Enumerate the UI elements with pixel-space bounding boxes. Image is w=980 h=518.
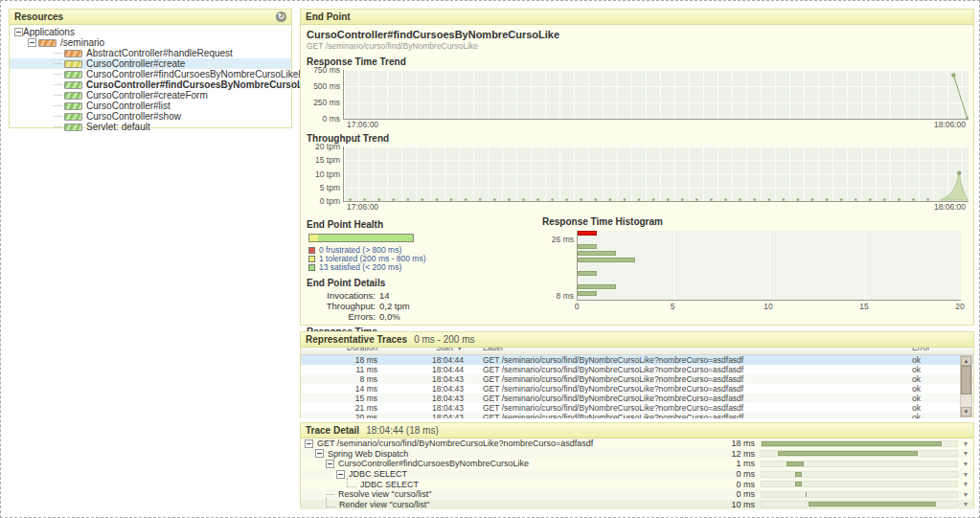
- tree-connector: [54, 105, 62, 106]
- column-header-start[interactable]: Start ▼: [381, 348, 477, 352]
- tree-item[interactable]: CursoController#list: [10, 101, 291, 111]
- trace-row[interactable]: 11 ms18:04:44GET /seminario/curso/find/B…: [301, 365, 973, 374]
- histogram-slot: [578, 244, 961, 249]
- column-header-duration[interactable]: Duration: [301, 348, 381, 352]
- health-bar: [308, 234, 414, 242]
- tree-item[interactable]: CursoController#show: [10, 111, 291, 122]
- collapse-expander-icon[interactable]: [305, 439, 313, 448]
- stat-label: Invocations:: [307, 290, 379, 301]
- health-bar-segment: [309, 235, 318, 241]
- trace-row[interactable]: 8 ms18:04:43GET /seminario/curso/find/By…: [301, 374, 973, 384]
- trace-row[interactable]: 21 ms18:04:43GET /seminario/curso/find/B…: [301, 403, 973, 413]
- trace-detail-label-cell: GET /seminario/curso/find/ByNombreCursoL…: [301, 439, 717, 448]
- y-tick-label: 0 ms: [323, 114, 344, 124]
- trace-label: GET /seminario/curso/find/ByNombreCursoL…: [477, 374, 902, 384]
- row-dropdown-icon[interactable]: ▼: [958, 461, 973, 467]
- health-bar-icon-orange: [38, 39, 57, 47]
- tree-connector: [54, 84, 62, 85]
- y-tick-label: 5 tpm: [320, 183, 344, 192]
- response-time-trend-title: Response Time Trend: [301, 54, 973, 69]
- column-header-error[interactable]: Error: [902, 348, 973, 352]
- legend-swatch: [308, 247, 315, 254]
- trace-row[interactable]: 15 ms18:04:43GET /seminario/curso/find/B…: [301, 394, 973, 403]
- y-tick-label: 26 ms: [552, 235, 578, 244]
- column-header-label[interactable]: Label: [477, 348, 902, 352]
- histogram-bar: [578, 271, 597, 276]
- throughput-trend-chart: 20 tpm15 tpm10 tpm5 tpm0 tpm17:06:0018:0…: [343, 146, 966, 213]
- trace-row[interactable]: 14 ms18:04:43GET /seminario/curso/find/B…: [301, 384, 973, 394]
- resources-tree: Applications/seminarioAbstractController…: [10, 25, 291, 132]
- tree-item[interactable]: CursoController#findCursoesByNombreCurso…: [10, 79, 291, 90]
- x-tick-label: 18:06:00: [934, 120, 966, 129]
- histogram-title: Response Time Histogram: [542, 216, 964, 231]
- trace-detail-label: CursoController#findCursoesByNombreCurso…: [338, 459, 529, 468]
- legend-item: 0 frustrated (> 800 ms): [308, 246, 542, 254]
- row-dropdown-icon[interactable]: ▼: [958, 471, 973, 478]
- scroll-up-icon[interactable]: ▲: [961, 356, 971, 366]
- trace-detail-row[interactable]: JDBC SELECT0 ms▼: [301, 479, 973, 489]
- collapse-expander-icon[interactable]: [315, 449, 324, 458]
- tree-item-label: CursoController#list: [86, 101, 171, 111]
- row-dropdown-icon[interactable]: ▼: [958, 450, 973, 457]
- trace-start: 18:04:43: [381, 413, 477, 418]
- tree-item[interactable]: CursoController#findCursoesByNombreCurso…: [10, 69, 291, 79]
- health-bar-icon-green: [64, 113, 82, 121]
- health-bar-icon-green: [64, 81, 82, 89]
- trace-row[interactable]: 20 ms18:04:43GET /seminario/curso/find/B…: [301, 413, 973, 418]
- y-tick-label: 250 ms: [313, 98, 344, 107]
- tree-item[interactable]: Applications: [10, 27, 291, 37]
- x-tick-label: 5: [671, 302, 675, 311]
- tree-item[interactable]: /seminario: [10, 37, 291, 48]
- histogram-slot: [578, 271, 961, 276]
- y-tick-label: 500 ms: [313, 81, 344, 91]
- response-time-histogram-chart: 26 ms8 ms05101520: [577, 231, 964, 310]
- trace-row[interactable]: 18 ms18:04:44GET /seminario/curso/find/B…: [301, 355, 973, 365]
- stat-row: Invocations:14: [307, 290, 542, 301]
- tree-item[interactable]: AbstractController#handleRequest: [10, 48, 291, 58]
- row-dropdown-icon[interactable]: ▼: [958, 440, 973, 447]
- tree-connector: [54, 116, 62, 117]
- collapse-expander-icon[interactable]: [326, 460, 334, 468]
- health-bar-icon-green: [64, 71, 82, 79]
- scrollbar-thumb[interactable]: [961, 366, 971, 394]
- tree-corner-connector: [347, 478, 356, 487]
- endpoint-panel-header: End Point: [301, 10, 973, 25]
- row-dropdown-icon[interactable]: ▼: [958, 501, 973, 507]
- stat-label: Throughput:: [307, 301, 379, 311]
- x-tick-label: 15: [859, 302, 868, 311]
- tree-item-label: Applications: [23, 27, 75, 37]
- x-tick-label: 0: [575, 302, 580, 311]
- tree-item[interactable]: CursoController#createForm: [10, 90, 291, 101]
- refresh-icon[interactable]: ↻: [276, 11, 286, 22]
- row-dropdown-icon[interactable]: ▼: [958, 491, 973, 498]
- tree-corner-connector: [326, 498, 335, 507]
- scroll-down-icon[interactable]: ▼: [961, 407, 971, 417]
- collapse-expander-icon[interactable]: [28, 38, 36, 47]
- trace-start: 18:04:43: [381, 374, 477, 384]
- tree-item[interactable]: Servlet: default: [10, 122, 291, 132]
- trace-detail-row[interactable]: Spring Web Dispatch12 ms▼: [301, 449, 973, 460]
- trace-detail-row[interactable]: GET /seminario/curso/find/ByNombreCursoL…: [301, 439, 973, 449]
- legend-item: 13 satisfied (< 200 ms): [308, 263, 542, 271]
- trace-label: GET /seminario/curso/find/ByNombreCursoL…: [477, 394, 902, 403]
- histogram-bar: [578, 258, 635, 262]
- endpoint-panel-title: End Point: [306, 11, 351, 22]
- trace-detail-row[interactable]: Render view "curso/list"10 ms▼: [301, 500, 973, 510]
- trace-start: 18:04:43: [381, 384, 477, 394]
- tree-item[interactable]: CursoController#create: [10, 58, 291, 69]
- trace-detail-row[interactable]: CursoController#findCursoesByNombreCurso…: [301, 459, 973, 469]
- trace-duration: 8 ms: [301, 374, 381, 384]
- page-background: Resources ↻ Applications/seminarioAbstra…: [0, 0, 980, 518]
- health-legend: 0 frustrated (> 800 ms)1 tolerated (200 …: [307, 246, 542, 271]
- resources-title: Resources: [14, 11, 63, 22]
- collapse-expander-icon[interactable]: [14, 28, 23, 36]
- trace-detail-bar: [762, 441, 942, 446]
- row-dropdown-icon[interactable]: ▼: [958, 481, 973, 487]
- histogram-bar: [578, 251, 616, 256]
- traces-scrollbar[interactable]: ▲ ▼: [960, 355, 972, 417]
- trace-start: 18:04:43: [381, 403, 477, 413]
- collapse-expander-icon[interactable]: [336, 470, 345, 479]
- x-tick-label: 18:06:00: [934, 202, 966, 212]
- tree-connector: [54, 126, 62, 127]
- resources-panel-header: Resources ↻: [10, 10, 291, 25]
